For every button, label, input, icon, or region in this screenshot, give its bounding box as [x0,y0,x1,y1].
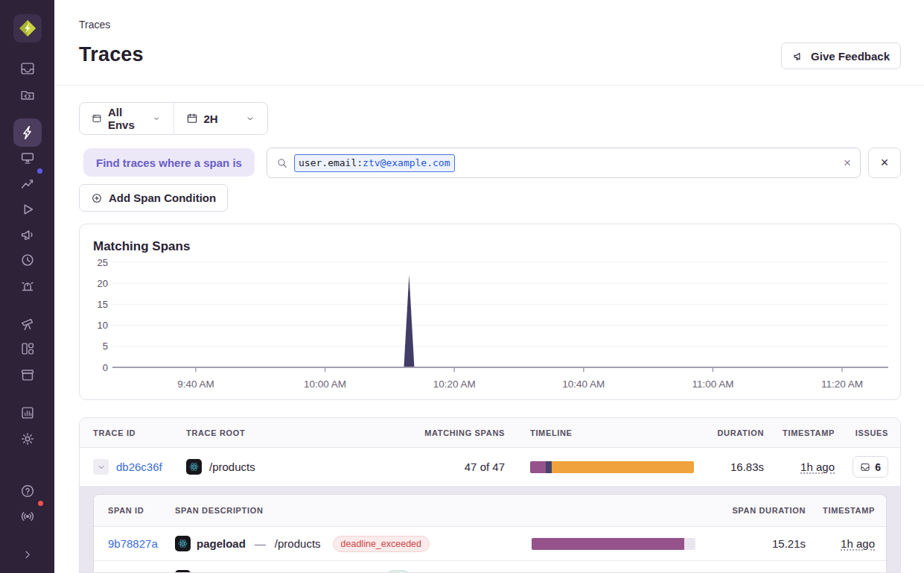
environment-filter-label: All Envs [108,106,146,131]
sentry-logo[interactable] [13,14,42,42]
trace-id-link[interactable]: db26c36f [116,460,162,473]
sidebar-item-stats[interactable] [13,399,42,427]
svg-text:9:40 AM: 9:40 AM [177,379,214,390]
status-badge: ok [385,570,411,573]
code-folder-icon [19,86,36,103]
traces-table-header: Trace ID Trace Root Matching Spans Timel… [80,418,900,448]
environment-filter[interactable]: All Envs [80,103,173,134]
col-issues: Issues [839,428,901,437]
trace-timestamp[interactable]: 1h ago [800,460,835,473]
sidebar-item-alerts[interactable] [13,271,42,300]
col-duration: Duration [698,428,768,437]
chevron-right-icon [21,548,34,561]
trace-root-name[interactable]: /products [209,460,255,473]
search-filter-token[interactable]: user.email:ztv@example.com [294,154,455,172]
svg-text:11:00 AM: 11:00 AM [692,379,733,390]
spans-table-header: Span ID Span Description Span Duration T… [94,495,886,527]
react-platform-icon [175,536,191,551]
sidebar-item-settings[interactable] [13,425,42,453]
search-icon [276,157,288,169]
col-span-duration: Span Duration [704,506,808,515]
sidebar-item-releases[interactable] [13,361,42,389]
span-row: 9b78827a pageload — /products deadline_e… [94,527,886,561]
history-clock-icon [19,252,36,268]
add-span-condition-button[interactable]: Add Span Condition [79,184,228,212]
chevron-down-icon [152,113,161,124]
trace-timeline-bar[interactable] [530,461,694,473]
sidebar-item-whats-new[interactable] [13,502,42,531]
sidebar-item-issues[interactable] [13,54,42,83]
col-span-id: Span ID [94,506,175,515]
sidebar-collapse-button[interactable] [13,540,42,569]
close-icon: × [881,155,889,171]
add-span-condition-label: Add Span Condition [109,191,216,204]
play-icon [19,201,36,218]
sentry-logo-icon [18,19,37,38]
matching-spans-chart[interactable]: 05101520259:40 AM10:00 AM10:20 AM10:40 A… [80,248,902,401]
sidebar-item-feedback[interactable] [13,221,42,249]
calendar-icon [186,113,198,124]
sidebar-item-traces[interactable] [13,118,42,147]
megaphone-icon [19,227,36,243]
col-matching-spans: Matching Spans [405,428,509,437]
delete-condition-button[interactable]: × [868,148,901,178]
page-filter-bar: All Envs 2H [79,102,268,135]
span-search-bar[interactable]: user.email:ztv@example.com × [267,148,861,178]
clear-search-button[interactable]: × [844,156,851,169]
svg-text:25: 25 [98,257,108,268]
time-range-filter[interactable]: 2H [174,103,268,134]
matching-spans-panel: Matching Spans 05101520259:40 AM10:00 AM… [79,224,901,400]
col-span-timestamp: Timestamp [808,506,887,515]
svg-text:10:00 AM: 10:00 AM [304,379,346,390]
issues-count: 6 [875,461,881,473]
svg-text:10:20 AM: 10:20 AM [433,379,476,390]
sidebar-item-profiling[interactable] [13,246,42,274]
give-feedback-button[interactable]: Give Feedback [781,42,901,69]
sidebar-item-replays[interactable] [13,195,42,224]
expanded-spans-section: Span ID Span Description Span Duration T… [80,487,900,573]
stats-bars-icon [19,405,36,421]
span-condition-label: Find traces where a span is [83,148,255,177]
trace-duration: 16.83s [698,460,768,473]
sidebar-item-explore[interactable] [13,80,42,109]
time-range-label: 2H [204,113,218,125]
chevron-down-icon [97,463,106,472]
separator: — [255,537,266,550]
traces-page: Traces Traces Give Feedback All Envs 2H … [0,0,924,573]
span-timeline-bar[interactable] [532,538,695,550]
dashboards-icon [19,341,36,357]
svg-text:10:40 AM: 10:40 AM [562,379,605,390]
svg-text:20: 20 [98,278,108,289]
svg-text:0: 0 [103,362,108,373]
col-span-description: Span Description [175,506,517,515]
span-id-link[interactable]: 9b78827a [108,537,158,550]
traces-bolt-icon [19,124,36,141]
collapse-trace-button[interactable] [93,459,109,475]
help-icon [19,483,36,499]
status-badge: deadline_exceeded [333,536,430,552]
span-operation: pageload [197,537,246,550]
header-divider [54,85,924,86]
token-key: user.email: [299,155,363,171]
span-duration: 15.21s [704,537,808,550]
span-timestamp[interactable]: 1h ago [841,537,875,550]
plus-circle-icon [91,192,103,204]
span-description: /products [275,537,321,550]
svg-text:10: 10 [98,320,108,331]
chevron-down-icon [245,113,255,124]
go-platform-icon: GO [175,570,191,573]
col-timeline: Timeline [509,428,698,437]
projector-icon [19,150,36,166]
issues-icon [19,60,36,77]
traces-table: Trace ID Trace Root Matching Spans Timel… [79,417,901,573]
col-timestamp: Timestamp [768,428,839,437]
sidebar-item-insights[interactable] [13,169,42,197]
window-icon [92,113,102,124]
telescope-icon [19,316,36,332]
sidebar-item-dashboards[interactable] [13,335,42,363]
issues-icon [860,462,870,472]
react-platform-icon [186,459,202,475]
trace-issues-button[interactable]: 6 [853,456,888,478]
breadcrumb[interactable]: Traces [79,19,110,31]
gear-icon [19,431,36,447]
